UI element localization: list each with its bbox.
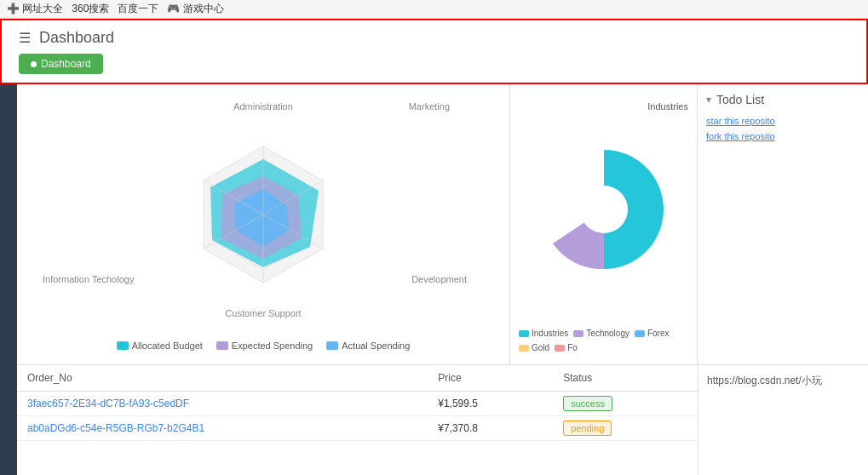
pie-svg xyxy=(527,141,681,278)
legend-label-actual: Actual Spending xyxy=(342,341,410,351)
legend-actual: Actual Spending xyxy=(326,341,410,351)
pie-label-forex: Forex xyxy=(647,329,670,338)
legend-label-expected: Expected Spending xyxy=(232,341,313,351)
legend-allocated: Allocated Budget xyxy=(117,341,203,351)
pie-color-forex xyxy=(635,330,645,337)
todo-item-2[interactable]: fork this reposito xyxy=(706,129,859,144)
hamburger-icon[interactable]: ☰ xyxy=(19,30,31,46)
header-title: Dashboard xyxy=(39,29,114,47)
header-section: ☰ Dashboard Dashboard xyxy=(0,19,868,84)
todo-item-1-label: star this reposito xyxy=(706,116,775,126)
dashboard-button[interactable]: Dashboard xyxy=(19,54,103,74)
legend-expected: Expected Spending xyxy=(216,341,313,351)
todo-item-1[interactable]: star this reposito xyxy=(706,113,859,129)
browser-item-2[interactable]: 360搜索 xyxy=(72,2,109,16)
browser-item-3[interactable]: 百度一下 xyxy=(118,2,158,16)
order-id-2[interactable]: ab0aDGd6-c54e-R5GB-RGb7-b2G4B1 xyxy=(17,416,428,441)
sidebar-strip xyxy=(0,84,17,475)
pie-color-technology xyxy=(573,330,583,337)
order-status-2: pending xyxy=(553,416,698,441)
order-link-2[interactable]: ab0aDGd6-c54e-R5GB-RGb7-b2G4B1 xyxy=(27,422,204,434)
label-customer-support: Customer Support xyxy=(225,308,301,318)
browser-bar: ➕ 网址大全 360搜索 百度一下 🎮 游戏中心 xyxy=(0,0,868,19)
pie-legend-forex: Forex xyxy=(635,329,670,338)
orders-table: Order_No Price Status 3faec657-2E34-dC7B… xyxy=(17,365,698,441)
order-link-1-text: 3faec657-2E34-dC7B-fA93-c5edDF xyxy=(27,398,189,409)
status-badge-1: success xyxy=(563,396,612,411)
pie-legend-technology: Technology xyxy=(573,329,629,338)
todo-item-2-label: fork this reposito xyxy=(706,131,775,141)
svg-point-15 xyxy=(580,186,628,233)
pie-label-industries-text: Industries xyxy=(532,329,568,338)
pie-chart-panel: Industries xyxy=(510,84,698,364)
col-order-no: Order_No xyxy=(17,365,428,392)
browser-item-1[interactable]: ➕ 网址大全 xyxy=(7,2,63,16)
table-header-row: Order_No Price Status xyxy=(17,365,698,392)
order-link-2-text: ab0aDGd6-c54e-R5GB-RGb7-b2G4B1 xyxy=(27,422,204,434)
watermark: https://blog.csdn.net/小玩 xyxy=(707,375,822,386)
pie-color-industries xyxy=(519,330,529,337)
radar-svg xyxy=(161,129,365,300)
pie-container: Industries xyxy=(519,93,688,325)
pie-label-gold: Gold xyxy=(532,343,549,352)
todo-chevron-icon[interactable]: ▾ xyxy=(706,94,711,106)
table-row: 3faec657-2E34-dC7B-fA93-c5edDF ¥1,599.5 … xyxy=(17,392,698,416)
header-top: ☰ Dashboard xyxy=(19,29,849,47)
pie-legend-gold: Gold xyxy=(519,343,549,352)
order-price-2: ¥7,370.8 xyxy=(428,416,553,441)
dashboard-button-label: Dashboard xyxy=(41,58,91,70)
label-marketing: Marketing xyxy=(409,101,450,112)
todo-panel: ▾ Todo List star this reposito fork this… xyxy=(698,84,868,364)
legend-color-allocated xyxy=(117,341,129,350)
pie-label-fo: Fo xyxy=(567,343,578,352)
pie-label-technology: Technology xyxy=(586,329,629,338)
bottom-right-panel: https://blog.csdn.net/小玩 xyxy=(698,365,868,475)
order-id-1[interactable]: 3faec657-2E34-dC7B-fA93-c5edDF xyxy=(17,392,428,416)
legend-color-expected xyxy=(216,341,228,350)
radar-legend: Allocated Budget Expected Spending Actua… xyxy=(26,335,501,356)
browser-item-4[interactable]: 🎮 游戏中心 xyxy=(167,2,223,16)
pie-legend: Industries Technology Forex Gold xyxy=(519,325,688,356)
legend-color-actual xyxy=(326,341,338,350)
bottom-section: Order_No Price Status 3faec657-2E34-dC7B… xyxy=(17,364,868,475)
order-link-1[interactable]: 3faec657-2E34-dC7B-fA93-c5edDF xyxy=(27,398,189,409)
pie-color-fo xyxy=(555,345,565,352)
table-panel: Order_No Price Status 3faec657-2E34-dC7B… xyxy=(17,365,698,475)
pie-legend-fo: Fo xyxy=(555,343,578,352)
radar-chart-panel: Administration Marketing Development Cus… xyxy=(17,84,510,364)
main-content: ☰ Dashboard Dashboard Administration Mar… xyxy=(0,19,868,475)
pie-color-gold xyxy=(519,345,529,352)
label-information: Information Techology xyxy=(43,274,134,284)
todo-title: Todo List xyxy=(716,93,764,106)
pie-legend-industries: Industries xyxy=(519,329,568,338)
order-status-1: success xyxy=(553,392,698,416)
dashboard-dot xyxy=(31,61,37,67)
table-row: ab0aDGd6-c54e-R5GB-RGb7-b2G4B1 ¥7,370.8 … xyxy=(17,416,698,441)
legend-label-allocated: Allocated Budget xyxy=(132,341,203,351)
status-badge-2: pending xyxy=(563,421,612,436)
label-development: Development xyxy=(411,274,467,284)
label-administration: Administration xyxy=(233,101,293,112)
radar-container: Administration Marketing Development Cus… xyxy=(26,93,501,335)
order-price-1: ¥1,599.5 xyxy=(428,392,553,416)
col-price: Price xyxy=(428,365,553,392)
todo-header: ▾ Todo List xyxy=(706,93,859,106)
col-status: Status xyxy=(553,365,698,392)
pie-label-industries: Industries xyxy=(647,101,688,112)
